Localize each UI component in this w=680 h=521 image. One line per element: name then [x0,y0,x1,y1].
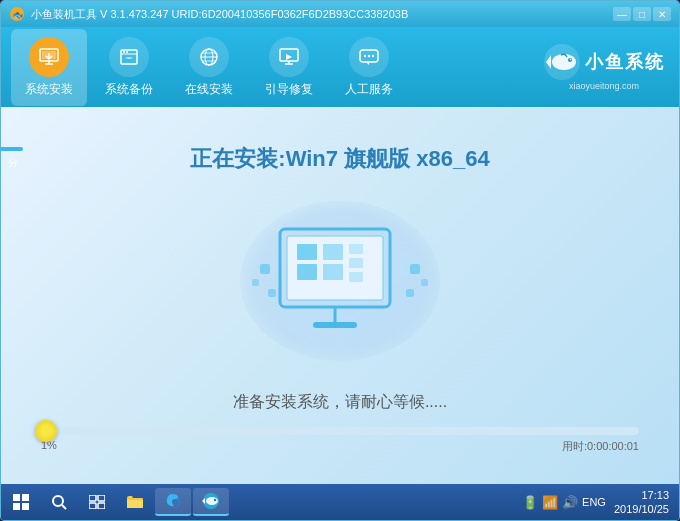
svg-rect-47 [89,503,96,509]
tray-lang: ENG [582,496,606,508]
progress-labels: 1% 用时:0:00:00:01 [41,439,639,454]
main-content: 分 正在安装:Win7 旗舰版 x86_64 [1,107,679,484]
monitor-svg [275,224,405,344]
title-text: 小鱼装机工具 V 3.1.473.247 URID:6D200410356F03… [31,7,408,22]
service-icon-circle [349,37,389,77]
installing-title: 正在安装:Win7 旗舰版 x86_64 [190,144,489,174]
nav-item-online[interactable]: 在线安装 [171,29,247,106]
progress-bar-fill [41,427,47,435]
svg-text:🐟: 🐟 [12,9,24,21]
deco-square-2 [252,279,259,286]
svg-point-52 [214,499,216,501]
progress-knob [35,420,57,442]
online-icon-circle [189,37,229,77]
nav-label-install: 系统安装 [25,81,73,98]
clock-date: 2019/10/25 [614,502,669,516]
nav-label-backup: 系统备份 [105,81,153,98]
nav-item-install[interactable]: 系统安装 [11,29,87,106]
install-icon [38,46,60,68]
deco-square-1 [260,264,270,274]
svg-rect-48 [98,503,105,509]
svg-rect-46 [98,495,105,501]
title-controls: — □ ✕ [613,7,671,21]
start-button[interactable] [5,488,37,516]
online-icon [198,46,220,68]
svg-rect-39 [13,494,20,501]
boot-icon [278,46,300,68]
taskbar: 🔋 📶 🔊 ENG 17:13 2019/10/25 [1,484,679,520]
nav-item-backup[interactable]: 系统备份 [91,29,167,106]
side-label: 分 [1,147,23,151]
boot-icon-circle [269,37,309,77]
svg-rect-34 [349,244,363,254]
svg-point-9 [123,51,125,53]
deco-square-6 [406,289,414,297]
svg-rect-38 [313,322,357,328]
taskbar-taskview[interactable] [79,488,115,516]
taskbar-search[interactable] [41,488,77,516]
tray-volume-icon: 🔊 [562,495,578,510]
logo-text-en: xiaoyueitong.com [569,81,639,91]
time-label: 用时:0:00:00:01 [562,439,639,454]
svg-rect-30 [297,244,317,260]
nav-label-service: 人工服务 [345,81,393,98]
svg-point-26 [568,58,572,62]
main-window: 🐟 小鱼装机工具 V 3.1.473.247 URID:6D200410356F… [0,0,680,521]
edge-icon [164,492,182,510]
fish-app-icon [201,492,221,510]
svg-point-22 [372,54,374,56]
svg-rect-33 [323,264,343,280]
nav-item-service[interactable]: 人工服务 [331,29,407,106]
close-button[interactable]: ✕ [653,7,671,21]
nav-item-boot[interactable]: 引导修复 [251,29,327,106]
backup-icon [118,46,140,68]
folder-icon [126,494,144,510]
title-bar: 🐟 小鱼装机工具 V 3.1.473.247 URID:6D200410356F… [1,1,679,27]
taskbar-xiao-yu[interactable] [193,488,229,516]
svg-point-50 [206,497,218,505]
svg-rect-45 [89,495,96,501]
tray-network-icon: 📶 [542,495,558,510]
sys-tray: 🔋 📶 🔊 ENG [522,495,606,510]
svg-rect-41 [13,503,20,510]
svg-line-44 [62,505,66,509]
svg-rect-32 [323,244,343,260]
nav-label-boot: 引导修复 [265,81,313,98]
logo-fish-icon [543,43,581,81]
svg-point-27 [570,59,571,60]
monitor-illustration [230,194,450,374]
logo-area: 小鱼系统 xiaoyueitong.com [543,43,665,91]
nav-items: 系统安装 系统备份 [11,29,407,106]
clock-time: 17:13 [641,488,669,502]
tray-battery-icon: 🔋 [522,495,538,510]
search-icon [51,494,67,510]
deco-square-5 [421,279,428,286]
svg-point-24 [552,54,576,70]
progress-area: 1% 用时:0:00:00:01 [31,427,649,454]
taskview-icon [89,495,105,509]
install-icon-circle [29,37,69,77]
svg-rect-40 [22,494,29,501]
svg-point-43 [53,496,63,506]
service-icon [358,46,380,68]
taskbar-right: 🔋 📶 🔊 ENG 17:13 2019/10/25 [516,484,679,520]
taskbar-explorer[interactable] [117,488,153,516]
logo-text-cn: 小鱼系统 [585,50,665,74]
maximize-button[interactable]: □ [633,7,651,21]
backup-icon-circle [109,37,149,77]
svg-point-21 [368,54,370,56]
svg-rect-31 [297,264,317,280]
svg-rect-36 [349,272,363,282]
minimize-button[interactable]: — [613,7,631,21]
nav-bar: 系统安装 系统备份 [1,27,679,107]
svg-rect-35 [349,258,363,268]
taskbar-edge[interactable] [155,488,191,516]
svg-point-10 [126,51,128,53]
status-text: 准备安装系统，请耐心等候..... [233,392,447,413]
svg-rect-16 [280,49,298,61]
svg-rect-42 [22,503,29,510]
nav-label-online: 在线安装 [185,81,233,98]
clock[interactable]: 17:13 2019/10/25 [610,488,673,517]
taskbar-apps [41,488,229,516]
deco-square-4 [410,264,420,274]
